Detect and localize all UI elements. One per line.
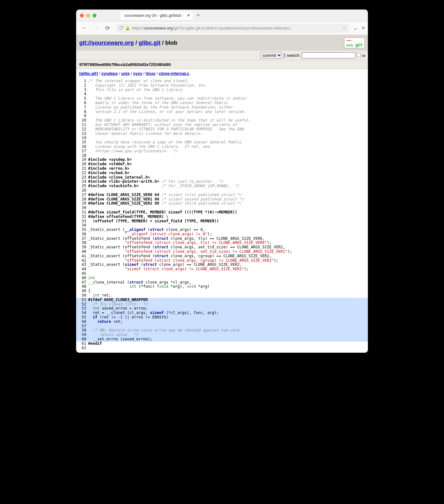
url-bar[interactable]: ⛉ 🔒 https://sourceware.org/git/?p=glibc.… (116, 24, 349, 33)
lock-icon[interactable]: 🔒 (125, 26, 130, 30)
line-number[interactable]: 3 (76, 88, 86, 92)
forward-button[interactable]: → (91, 23, 101, 33)
git-logo[interactable]: ⁃⁃⁃↳↳↳ git (344, 37, 365, 48)
line-number[interactable]: 7 (76, 105, 86, 110)
line-number[interactable]: 14 (76, 136, 86, 140)
line-number[interactable]: 59 (76, 333, 86, 337)
code-line: 14 (76, 136, 368, 140)
line-number[interactable]: 30 (76, 206, 86, 210)
line-number[interactable]: 13 (76, 132, 86, 136)
line-number[interactable]: 6 (76, 101, 86, 105)
line-number[interactable]: 1 (76, 79, 86, 83)
line-number[interactable]: 49 (76, 289, 86, 293)
line-number[interactable]: 51 (76, 298, 86, 302)
path-segment[interactable]: unix (121, 71, 130, 76)
path-segment[interactable]: linux (146, 71, 155, 76)
line-number[interactable]: 2 (76, 83, 86, 88)
code-line: 49{ (76, 289, 368, 293)
line-number[interactable]: 42 (76, 259, 86, 263)
path-segment[interactable]: [glibc.git] (79, 71, 98, 76)
back-button[interactable]: ← (79, 23, 89, 33)
regex-checkbox[interactable] (357, 53, 361, 57)
search-row: commit ? search: re (76, 51, 368, 60)
line-number[interactable]: 31 (76, 210, 86, 215)
line-number[interactable]: 23 (76, 175, 86, 180)
line-number[interactable]: 11 (76, 123, 86, 127)
line-number[interactable]: 27 (76, 193, 86, 197)
line-number[interactable]: 9 (76, 114, 86, 118)
titlebar: sourceware.org Git - glibc.git/blob - ✕ … (76, 10, 368, 22)
line-number[interactable]: 24 (76, 180, 86, 184)
line-number[interactable]: 56 (76, 320, 86, 324)
path-segment[interactable]: clone-internal.c (159, 71, 189, 76)
line-number[interactable]: 57 (76, 324, 86, 329)
line-number[interactable]: 22 (76, 171, 86, 175)
search-input[interactable] (302, 52, 356, 58)
line-number[interactable]: 16 (76, 145, 86, 149)
search-type-select[interactable]: commit (260, 52, 282, 59)
new-tab-button[interactable]: + (197, 12, 200, 19)
line-number[interactable]: 25 (76, 184, 86, 188)
code-line: 7 License as published by the Free Softw… (76, 105, 368, 110)
line-number[interactable]: 48 (76, 285, 86, 289)
close-window-button[interactable] (80, 14, 84, 17)
browser-tab[interactable]: sourceware.org Git - glibc.git/blob - ✕ (121, 11, 193, 20)
line-number[interactable]: 38 (76, 241, 86, 245)
line-number[interactable]: 36 (76, 232, 86, 237)
line-number[interactable]: 58 (76, 328, 86, 333)
line-number[interactable]: 4 (76, 92, 86, 96)
line-number[interactable]: 41 (76, 254, 86, 259)
maximize-window-button[interactable] (93, 14, 96, 17)
line-number[interactable]: 15 (76, 140, 86, 145)
line-number[interactable]: 52 (76, 302, 86, 307)
pocket-icon[interactable]: ⌄ (353, 25, 357, 31)
line-number[interactable]: 20 (76, 162, 86, 167)
line-number[interactable]: 34 (76, 223, 86, 228)
line-number[interactable]: 39 (76, 245, 86, 250)
code-line: 19#include <sysdep.h> (76, 158, 368, 162)
line-number[interactable]: 50 (76, 293, 86, 298)
close-tab-icon[interactable]: ✕ (187, 13, 190, 18)
line-number[interactable]: 10 (76, 118, 86, 123)
line-number[interactable]: 26 (76, 188, 86, 193)
line-number[interactable]: 44 (76, 267, 86, 272)
code-line: 39_Static_assert (offsetofend (struct cl… (76, 245, 368, 250)
line-number[interactable]: 45 (76, 272, 86, 276)
line-number[interactable]: 17 (76, 149, 86, 154)
path-segment[interactable]: sysv (133, 71, 142, 76)
line-number[interactable]: 40 (76, 250, 86, 254)
line-number[interactable]: 12 (76, 127, 86, 132)
line-number[interactable]: 43 (76, 263, 86, 267)
search-help-link[interactable]: ? (283, 53, 285, 58)
line-number[interactable]: 53 (76, 306, 86, 311)
line-number[interactable]: 35 (76, 228, 86, 232)
line-number[interactable]: 21 (76, 167, 86, 171)
shield-icon[interactable]: ⛉ (119, 26, 123, 31)
code-line: 41_Static_assert (offsetofend (struct cl… (76, 254, 368, 259)
line-number[interactable]: 29 (76, 201, 86, 206)
line-number[interactable]: 28 (76, 197, 86, 202)
reload-button[interactable]: ⟳ (103, 23, 112, 33)
line-number[interactable]: 19 (76, 158, 86, 162)
menu-icon[interactable]: ≡ (362, 25, 365, 31)
code-line: 12 MERCHANTABILITY or FITNESS FOR A PART… (76, 127, 368, 132)
repo-link[interactable]: glibc.git (139, 40, 160, 46)
line-number[interactable]: 55 (76, 315, 86, 320)
regex-checkbox-label[interactable]: re (357, 53, 365, 58)
line-number[interactable]: 60 (76, 337, 86, 342)
bookmark-icon[interactable]: ☆ (343, 26, 346, 30)
line-number[interactable]: 46 (76, 276, 86, 280)
line-number[interactable]: 8 (76, 110, 86, 114)
path-segment[interactable]: sysdeps (101, 71, 118, 76)
minimize-window-button[interactable] (86, 14, 90, 17)
line-number[interactable]: 61 (76, 342, 86, 346)
line-number[interactable]: 37 (76, 237, 86, 241)
line-number[interactable]: 32 (76, 215, 86, 219)
line-number[interactable]: 62 (76, 346, 86, 350)
line-number[interactable]: 5 (76, 96, 86, 101)
line-number[interactable]: 18 (76, 154, 86, 158)
line-number[interactable]: 47 (76, 280, 86, 285)
line-number[interactable]: 54 (76, 311, 86, 315)
site-link[interactable]: git://sourceware.org (79, 40, 134, 46)
line-number[interactable]: 33 (76, 219, 86, 224)
